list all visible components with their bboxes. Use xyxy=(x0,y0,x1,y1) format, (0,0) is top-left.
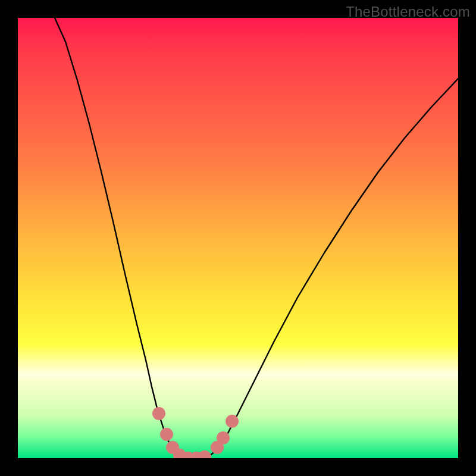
chart-frame: TheBottleneck.com xyxy=(0,0,476,476)
data-marker xyxy=(217,431,230,444)
curve-layer xyxy=(18,18,458,458)
data-marker xyxy=(160,428,173,441)
data-marker xyxy=(226,415,239,428)
data-marker xyxy=(152,407,165,420)
plot-area xyxy=(18,18,458,458)
bottleneck-curve xyxy=(55,18,458,458)
watermark-text: TheBottleneck.com xyxy=(346,4,470,20)
data-marker xyxy=(198,450,211,458)
